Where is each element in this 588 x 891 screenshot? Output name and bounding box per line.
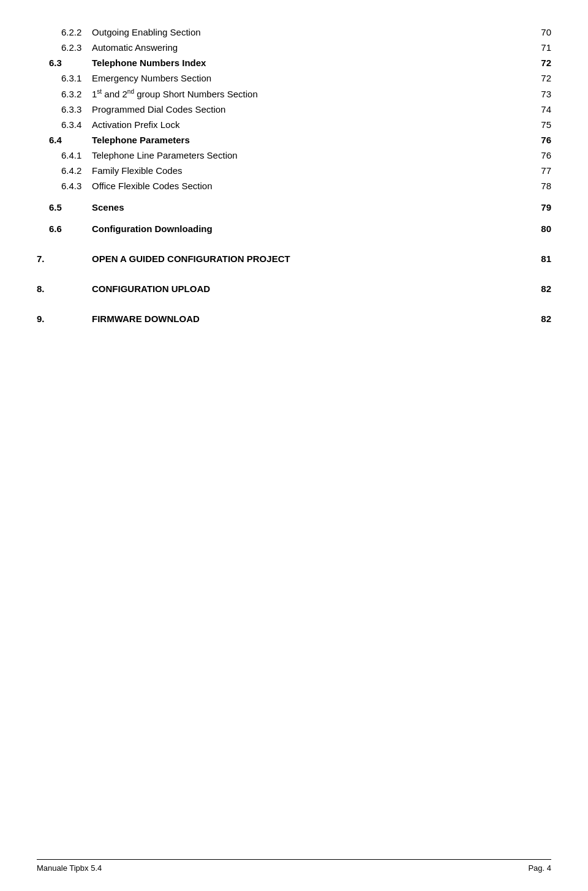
footer-right: Pag. 4 — [528, 863, 551, 873]
toc-label-6-3-3: Programmed Dial Codes Section — [92, 102, 514, 117]
toc-num-6-2-2: 6.2.2 — [37, 24, 92, 40]
toc-num-7: 7. — [37, 251, 92, 266]
toc-label-6-4-1: Telephone Line Parameters Section — [92, 148, 514, 163]
toc-row-6-3-3: 6.3.3 Programmed Dial Codes Section 74 — [37, 102, 551, 117]
toc-label-6-4-2: Family Flexible Codes — [92, 163, 514, 178]
page-container: 6.2.2 Outgoing Enabling Section 70 6.2.3… — [0, 0, 588, 891]
toc-label-6-6: Configuration Downloading — [92, 221, 514, 236]
toc-label-6-3: Telephone Numbers Index — [92, 55, 514, 70]
toc-row-6-4-3: 6.4.3 Office Flexible Codes Section 78 — [37, 178, 551, 194]
gap-row-5 — [37, 296, 551, 311]
toc-num-6-3-1: 6.3.1 — [37, 70, 92, 86]
toc-page-6-3-3: 74 — [514, 102, 551, 117]
toc-label-9: FIRMWARE DOWNLOAD — [92, 311, 514, 326]
toc-row-6-5: 6.5 Scenes 79 — [37, 200, 551, 215]
toc-num-6-6: 6.6 — [37, 221, 92, 236]
toc-num-8: 8. — [37, 281, 92, 296]
page-footer: Manuale Tipbx 5.4 Pag. 4 — [37, 859, 551, 873]
gap-row-1 — [37, 194, 551, 200]
superscript-st: st — [97, 88, 102, 95]
toc-page-6-2-2: 70 — [514, 24, 551, 40]
toc-page-6-6: 80 — [514, 221, 551, 236]
toc-row-6-3-2: 6.3.2 1st and 2nd group Short Numbers Se… — [37, 86, 551, 102]
toc-num-6-4-2: 6.4.2 — [37, 163, 92, 178]
toc-label-7: OPEN A GUIDED CONFIGURATION PROJECT — [92, 251, 514, 266]
toc-row-9: 9. FIRMWARE DOWNLOAD 82 — [37, 311, 551, 326]
toc-table: 6.2.2 Outgoing Enabling Section 70 6.2.3… — [37, 24, 551, 326]
toc-row-6-2-2: 6.2.2 Outgoing Enabling Section 70 — [37, 24, 551, 40]
toc-num-6-4-3: 6.4.3 — [37, 178, 92, 194]
toc-label-6-4-3: Office Flexible Codes Section — [92, 178, 514, 194]
toc-row-7: 7. OPEN A GUIDED CONFIGURATION PROJECT 8… — [37, 251, 551, 266]
toc-page-6-4-3: 78 — [514, 178, 551, 194]
toc-row-6-3-4: 6.3.4 Activation Prefix Lock 75 — [37, 117, 551, 132]
toc-num-6-5: 6.5 — [37, 200, 92, 215]
toc-page-6-4: 76 — [514, 132, 551, 148]
toc-label-6-2-3: Automatic Answering — [92, 40, 514, 55]
toc-row-6-3: 6.3 Telephone Numbers Index 72 — [37, 55, 551, 70]
toc-row-6-2-3: 6.2.3 Automatic Answering 71 — [37, 40, 551, 55]
toc-page-6-2-3: 71 — [514, 40, 551, 55]
toc-page-9: 82 — [514, 311, 551, 326]
toc-row-6-4-1: 6.4.1 Telephone Line Parameters Section … — [37, 148, 551, 163]
toc-num-6-3-3: 6.3.3 — [37, 102, 92, 117]
toc-page-7: 81 — [514, 251, 551, 266]
toc-page-6-3-2: 73 — [514, 86, 551, 102]
toc-page-6-5: 79 — [514, 200, 551, 215]
toc-label-6-2-2: Outgoing Enabling Section — [92, 24, 514, 40]
superscript-nd: nd — [127, 88, 134, 95]
toc-label-6-3-2: 1st and 2nd group Short Numbers Section — [92, 86, 514, 102]
toc-page-6-3-1: 72 — [514, 70, 551, 86]
toc-row-6-3-1: 6.3.1 Emergency Numbers Section 72 — [37, 70, 551, 86]
gap-row-2 — [37, 215, 551, 221]
footer-left: Manuale Tipbx 5.4 — [37, 863, 102, 873]
toc-num-6-3: 6.3 — [37, 55, 92, 70]
toc-label-8: CONFIGURATION UPLOAD — [92, 281, 514, 296]
toc-num-6-4-1: 6.4.1 — [37, 148, 92, 163]
toc-label-6-3-4: Activation Prefix Lock — [92, 117, 514, 132]
toc-label-6-5: Scenes — [92, 200, 514, 215]
toc-row-6-4-2: 6.4.2 Family Flexible Codes 77 — [37, 163, 551, 178]
toc-row-6-4: 6.4 Telephone Parameters 76 — [37, 132, 551, 148]
gap-row-3 — [37, 236, 551, 251]
toc-label-6-4: Telephone Parameters — [92, 132, 514, 148]
toc-page-6-4-1: 76 — [514, 148, 551, 163]
toc-page-6-3: 72 — [514, 55, 551, 70]
toc-num-6-3-4: 6.3.4 — [37, 117, 92, 132]
toc-row-8: 8. CONFIGURATION UPLOAD 82 — [37, 281, 551, 296]
toc-label-6-3-1: Emergency Numbers Section — [92, 70, 514, 86]
toc-row-6-6: 6.6 Configuration Downloading 80 — [37, 221, 551, 236]
toc-num-6-2-3: 6.2.3 — [37, 40, 92, 55]
toc-num-6-4: 6.4 — [37, 132, 92, 148]
gap-row-4 — [37, 266, 551, 281]
toc-page-6-3-4: 75 — [514, 117, 551, 132]
toc-page-6-4-2: 77 — [514, 163, 551, 178]
toc-page-8: 82 — [514, 281, 551, 296]
toc-num-6-3-2: 6.3.2 — [37, 86, 92, 102]
toc-num-9: 9. — [37, 311, 92, 326]
